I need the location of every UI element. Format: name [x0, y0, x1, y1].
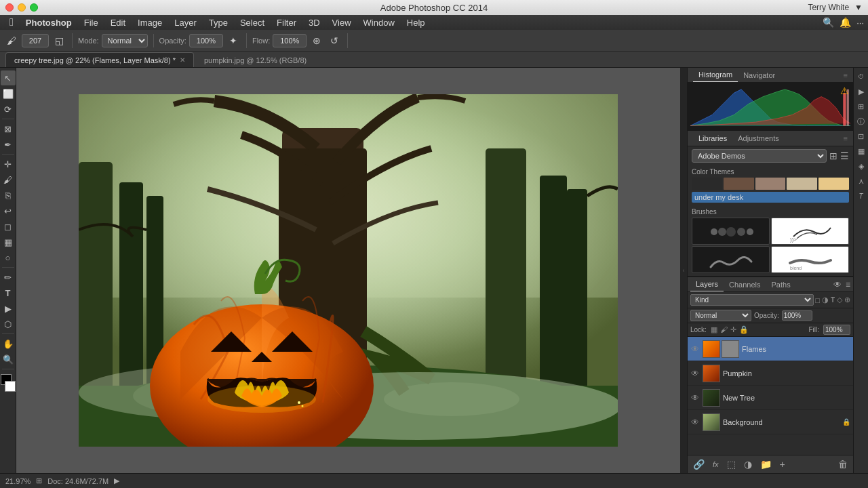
menu-3d[interactable]: 3D	[303, 16, 326, 29]
close-button[interactable]	[5, 3, 14, 12]
brush-tool[interactable]: 🖌	[1, 172, 16, 187]
brush-tool-icon[interactable]: 🖌	[4, 33, 19, 48]
eraser-tool[interactable]: ◻	[1, 219, 16, 234]
layer-new-tree[interactable]: 👁 New Tree	[688, 386, 853, 410]
flow-input[interactable]	[273, 34, 307, 47]
path-select-tool[interactable]: ▶	[1, 301, 16, 316]
brush-cell-1[interactable]	[692, 218, 770, 245]
eyedropper-tool[interactable]: ✒	[1, 137, 16, 152]
heal-tool[interactable]: ✛	[1, 157, 16, 171]
layer-delete-button[interactable]: 🗑	[835, 458, 850, 471]
tab-creepy-tree-close[interactable]: ✕	[180, 56, 185, 64]
shape-tool[interactable]: ⬡	[1, 317, 16, 331]
layer-new-button[interactable]: +	[777, 458, 788, 471]
pen-tool[interactable]: ✏	[1, 270, 16, 285]
layer-mask-button[interactable]: ⬚	[724, 458, 738, 471]
library-grid-icon[interactable]: ⊞	[829, 150, 837, 161]
dodge-tool[interactable]: ○	[1, 250, 16, 265]
mode-select[interactable]: Normal Multiply Screen	[102, 34, 148, 47]
filter-smart-icon[interactable]: ⊕	[844, 296, 850, 304]
history-brush-tool[interactable]: ↩	[1, 203, 16, 218]
apple-menu[interactable]: 	[4, 16, 19, 28]
panel-collapse-handle[interactable]: ‹	[680, 68, 687, 473]
layers-visibility-icon[interactable]: 👁	[833, 280, 842, 289]
fg-bg-colors[interactable]	[1, 374, 16, 392]
brush-options-icon[interactable]: ◱	[52, 33, 66, 48]
layer-pumpkin[interactable]: 👁 Pumpkin	[688, 361, 853, 386]
menu-edit[interactable]: Edit	[105, 16, 131, 29]
layers-filter-select[interactable]: Kind	[690, 294, 814, 306]
opacity-input[interactable]	[189, 34, 223, 47]
libraries-tab[interactable]: Libraries	[693, 132, 732, 144]
layer-link-button[interactable]: 🔗	[690, 458, 707, 471]
filter-adjust-icon[interactable]: ◑	[822, 296, 829, 304]
menu-window[interactable]: Window	[358, 16, 400, 29]
histogram-warning-icon[interactable]: ⚠	[840, 85, 849, 96]
menu-view[interactable]: View	[327, 16, 357, 29]
menu-help[interactable]: Help	[401, 16, 431, 29]
user-chevron-icon[interactable]: ▼	[854, 3, 863, 12]
notifications-icon[interactable]: 🔔	[840, 17, 851, 28]
layers-tab[interactable]: Layers	[690, 277, 724, 291]
swatch-3[interactable]	[755, 178, 786, 190]
text-tool[interactable]: T	[1, 285, 16, 300]
channels-tab[interactable]: Channels	[724, 278, 766, 291]
lock-all-icon[interactable]: 🔒	[739, 325, 749, 334]
gradient-tool[interactable]: ▦	[1, 235, 16, 249]
menu-layer[interactable]: Layer	[169, 16, 202, 29]
move-tool[interactable]: ↖	[1, 70, 16, 85]
brush-cell-4[interactable]: blend	[771, 246, 849, 273]
zoom-indicator-icon[interactable]: ⊞	[36, 476, 42, 485]
swatch-4[interactable]	[787, 178, 817, 190]
info-icon[interactable]: ⓘ	[855, 115, 867, 127]
theme-name[interactable]: under my desk	[692, 192, 849, 203]
layer-flames[interactable]: 👁 Flames	[688, 337, 853, 361]
brush-size-value[interactable]: 207	[22, 34, 49, 47]
menu-image[interactable]: Image	[132, 16, 167, 29]
layer-group-button[interactable]: 📁	[757, 458, 774, 471]
paths-tab[interactable]: Paths	[766, 278, 796, 291]
filter-pixel-icon[interactable]: □	[815, 296, 820, 304]
tab-pumpkin[interactable]: pumpkin.jpg @ 12.5% (RGB/8)	[195, 52, 315, 67]
opacity-airbrush-icon[interactable]: ✦	[226, 33, 241, 48]
library-list-icon[interactable]: ☰	[840, 150, 849, 161]
lock-paint-icon[interactable]: 🖌	[720, 325, 728, 334]
canvas-image[interactable]	[79, 94, 618, 447]
layer-adjustment-button[interactable]: ◑	[741, 458, 755, 471]
library-select[interactable]: Adobe Demos	[692, 149, 827, 163]
layer-flames-visibility[interactable]: 👁	[690, 344, 700, 354]
opacity-option-input[interactable]	[782, 310, 812, 321]
properties-icon[interactable]: ◈	[855, 160, 867, 172]
adjustments-tab[interactable]: Adjustments	[732, 132, 785, 144]
layer-background-visibility[interactable]: 👁	[690, 418, 700, 427]
lock-pixels-icon[interactable]: ▦	[711, 325, 717, 334]
menu-type[interactable]: Type	[203, 16, 233, 29]
menu-photoshop[interactable]: Photoshop	[20, 16, 77, 29]
table-icon[interactable]: ▦	[855, 145, 867, 157]
clone-tool[interactable]: ⎘	[1, 188, 16, 203]
brush-cell-3[interactable]	[692, 246, 770, 273]
swatch-1[interactable]	[692, 178, 722, 190]
maximize-button[interactable]	[30, 3, 38, 12]
more-icon[interactable]: ···	[856, 18, 864, 28]
lasso-tool[interactable]: ⟳	[1, 102, 16, 117]
crop-tool[interactable]: ⊠	[1, 121, 16, 136]
menu-filter[interactable]: Filter	[271, 16, 302, 29]
layers-menu-icon[interactable]: ≡	[846, 280, 850, 289]
select-icon[interactable]: ⊡	[855, 130, 867, 142]
swatch-2[interactable]	[724, 178, 754, 190]
hand-tool[interactable]: ✋	[1, 336, 16, 351]
path-icon[interactable]: ⋏	[855, 175, 867, 187]
libraries-menu-icon[interactable]: ≡	[844, 134, 848, 142]
progress-arrow-icon[interactable]: ▶	[114, 476, 119, 485]
menu-select[interactable]: Select	[235, 16, 270, 29]
lock-position-icon[interactable]: ✛	[730, 325, 736, 334]
fill-input[interactable]	[823, 325, 850, 335]
filter-type-icon[interactable]: T	[831, 296, 835, 304]
search-icon[interactable]: 🔍	[823, 17, 834, 28]
smooth-icon[interactable]: ↺	[327, 33, 342, 48]
selection-tool[interactable]: ⬜	[1, 86, 16, 101]
layer-background[interactable]: 👁 Background 🔒	[688, 410, 853, 434]
flow-icon[interactable]: ⊛	[309, 33, 324, 48]
menu-file[interactable]: File	[79, 16, 104, 29]
